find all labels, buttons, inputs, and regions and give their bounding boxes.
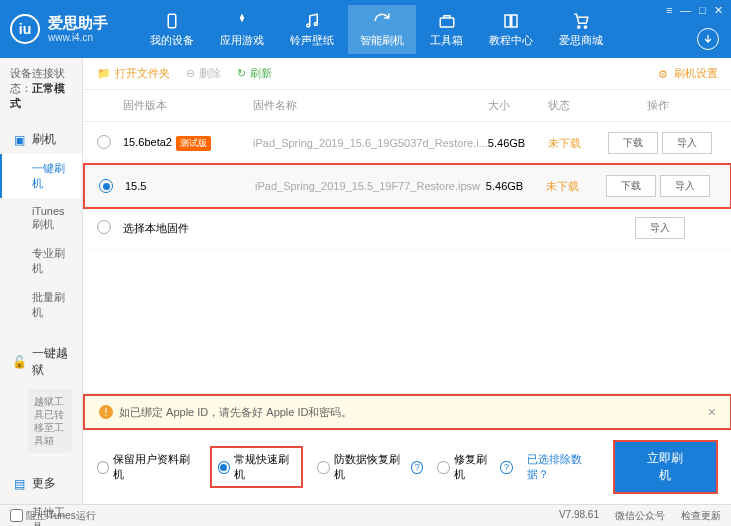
beta-tag: 测试版 [176, 136, 211, 151]
sidebar-item-itunes-flash[interactable]: iTunes刷机 [0, 198, 82, 239]
check-update-link[interactable]: 检查更新 [681, 509, 721, 523]
minimize-button[interactable]: — [680, 4, 691, 17]
row-radio[interactable] [97, 135, 111, 149]
delete-button[interactable]: ⊖删除 [186, 66, 221, 81]
logo-icon: iu [10, 14, 40, 44]
phone-icon [162, 11, 182, 31]
firmware-size: 5.46GB [486, 180, 546, 192]
book-icon [501, 11, 521, 31]
sidebar-item-oneclick-flash[interactable]: 一键刷机 [0, 154, 82, 198]
toolbox-icon [437, 11, 457, 31]
opt-anti-recovery[interactable]: 防数据恢复刷机? [317, 452, 423, 482]
import-button[interactable]: 导入 [660, 175, 710, 197]
brand-name: 爱思助手 [48, 14, 108, 32]
exclude-data-link[interactable]: 已选排除数据？ [527, 452, 599, 482]
svg-point-2 [314, 22, 317, 25]
block-itunes-checkbox[interactable]: 阻止iTunes运行 [10, 509, 96, 523]
music-icon [302, 11, 322, 31]
nav-my-device[interactable]: 我的设备 [138, 5, 206, 54]
folder-icon: 📁 [97, 67, 111, 80]
sidebar-item-pro-flash[interactable]: 专业刷机 [0, 239, 82, 283]
info-icon[interactable]: ? [500, 461, 512, 474]
download-button[interactable]: 下载 [606, 175, 656, 197]
col-name: 固件名称 [253, 98, 488, 113]
nav-tutorials[interactable]: 教程中心 [477, 5, 545, 54]
opt-keep-data[interactable]: 保留用户资料刷机 [97, 452, 196, 482]
flash-settings-button[interactable]: ⚙刷机设置 [658, 66, 718, 81]
svg-point-5 [584, 25, 586, 27]
table-row[interactable]: 15.6beta2测试版 iPad_Spring_2019_15.6_19G50… [83, 122, 731, 165]
download-icon[interactable] [697, 28, 719, 50]
import-button[interactable]: 导入 [635, 217, 685, 239]
svg-point-4 [578, 25, 580, 27]
local-firmware-row[interactable]: 选择本地固件 导入 [83, 207, 731, 250]
opt-normal-flash[interactable]: 常规快速刷机 [210, 446, 304, 488]
apps-icon [232, 11, 252, 31]
lock-icon: 🔓 [12, 355, 26, 369]
download-button[interactable]: 下载 [608, 132, 658, 154]
nav-flash[interactable]: 智能刷机 [348, 5, 416, 54]
svg-rect-0 [168, 14, 176, 28]
refresh-button[interactable]: ↻刷新 [237, 66, 272, 81]
more-icon: ▤ [12, 477, 26, 491]
nav-toolbox[interactable]: 工具箱 [418, 5, 475, 54]
firmware-size: 5.46GB [488, 137, 548, 149]
maximize-button[interactable]: □ [699, 4, 706, 17]
col-version: 固件版本 [123, 98, 253, 113]
cart-icon [571, 11, 591, 31]
nav-apps[interactable]: 应用游戏 [208, 5, 276, 54]
logo: iu 爱思助手 www.i4.cn [10, 14, 108, 44]
sidebar-more-header[interactable]: ▤更多 [0, 469, 82, 498]
warning-icon: ! [99, 405, 113, 419]
sidebar-jailbreak-header[interactable]: 🔓一键越狱 [0, 339, 82, 385]
menu-button[interactable]: ≡ [666, 4, 672, 17]
flash-group-icon: ▣ [12, 133, 26, 147]
firmware-version: 15.6beta2 [123, 136, 172, 148]
sidebar-item-batch-flash[interactable]: 批量刷机 [0, 283, 82, 327]
refresh-icon: ↻ [237, 67, 246, 80]
version-label: V7.98.61 [559, 509, 599, 523]
close-button[interactable]: ✕ [714, 4, 723, 17]
sidebar-flash-header[interactable]: ▣刷机 [0, 125, 82, 154]
open-folder-button[interactable]: 📁打开文件夹 [97, 66, 170, 81]
brand-url: www.i4.cn [48, 32, 108, 44]
table-header: 固件版本 固件名称 大小 状态 操作 [83, 90, 731, 122]
col-ops: 操作 [598, 98, 718, 113]
table-row[interactable]: 15.5 iPad_Spring_2019_15.5_19F77_Restore… [83, 163, 731, 209]
firmware-status: 未下载 [548, 136, 598, 151]
nav-store[interactable]: 爱思商城 [547, 5, 615, 54]
opt-repair-flash[interactable]: 修复刷机? [437, 452, 512, 482]
close-icon[interactable]: × [708, 404, 716, 420]
connection-status: 设备连接状态：正常模式 [0, 58, 82, 119]
gear-icon: ⚙ [658, 68, 670, 80]
col-size: 大小 [488, 98, 548, 113]
col-status: 状态 [548, 98, 598, 113]
wechat-link[interactable]: 微信公众号 [615, 509, 665, 523]
local-firmware-label: 选择本地固件 [123, 221, 253, 236]
jailbreak-note: 越狱工具已转移至工具箱 [28, 389, 72, 453]
row-radio[interactable] [99, 179, 113, 193]
delete-icon: ⊖ [186, 67, 195, 80]
apple-id-warning: ! 如已绑定 Apple ID，请先备好 Apple ID和密码。 × [83, 394, 731, 430]
firmware-status: 未下载 [546, 179, 596, 194]
firmware-version: 15.5 [125, 180, 146, 192]
svg-point-1 [307, 24, 310, 27]
flash-icon [372, 11, 392, 31]
nav-ringtones[interactable]: 铃声壁纸 [278, 5, 346, 54]
firmware-name: iPad_Spring_2019_15.5_19F77_Restore.ipsw [255, 180, 486, 192]
row-radio[interactable] [97, 220, 111, 234]
import-button[interactable]: 导入 [662, 132, 712, 154]
svg-rect-3 [440, 18, 454, 27]
firmware-name: iPad_Spring_2019_15.6_19G5037d_Restore.i… [253, 137, 488, 149]
flash-now-button[interactable]: 立即刷机 [613, 440, 718, 494]
info-icon[interactable]: ? [411, 461, 423, 474]
main-nav: 我的设备 应用游戏 铃声壁纸 智能刷机 工具箱 教程中心 爱思商城 [138, 5, 615, 54]
